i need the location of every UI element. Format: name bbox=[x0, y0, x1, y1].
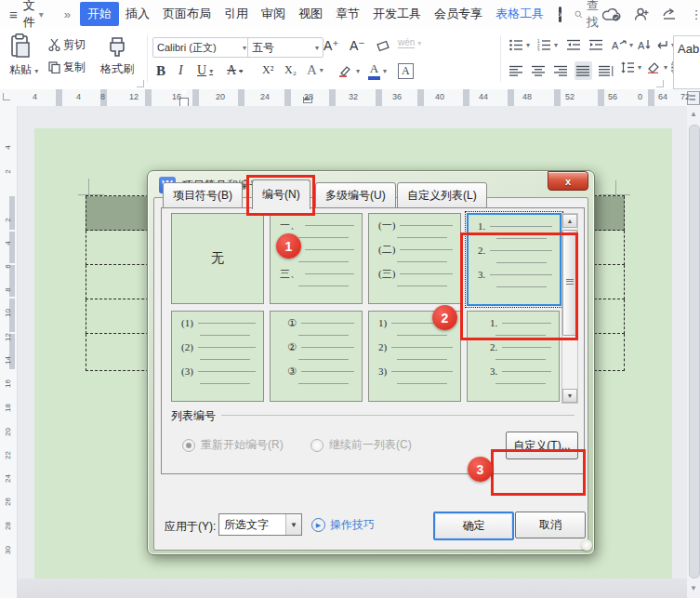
file-chevron-icon[interactable]: ▾ bbox=[39, 9, 44, 20]
shrink-font-button[interactable]: A⁻ bbox=[350, 38, 365, 53]
align-left-button[interactable] bbox=[508, 61, 525, 80]
justify-button[interactable] bbox=[575, 61, 592, 80]
hruler-number: 64 bbox=[658, 92, 667, 101]
tab-overflow-right-icon[interactable]: › bbox=[559, 7, 561, 22]
underline-button[interactable]: U▾ bbox=[197, 63, 213, 78]
horizontal-ruler[interactable]: 44812162024283236404448525606472 bbox=[0, 89, 700, 107]
numbering-style-none[interactable]: 无 bbox=[171, 213, 264, 304]
align-center-button[interactable] bbox=[530, 61, 548, 80]
bullet-list-button[interactable]: ▾ bbox=[509, 39, 530, 51]
format-painter-button[interactable]: 格式刷 bbox=[100, 33, 134, 77]
tab-table-tools[interactable]: 表格工具 bbox=[489, 2, 550, 26]
tab-overflow-left-icon[interactable]: » bbox=[64, 7, 71, 21]
vruler-number: 4 bbox=[4, 141, 12, 154]
vruler-number: 22 bbox=[4, 449, 12, 462]
character-scale-button[interactable]: A ▾ bbox=[612, 39, 633, 51]
clear-format-button[interactable] bbox=[376, 39, 390, 52]
hruler-band bbox=[56, 89, 62, 106]
increase-indent-button[interactable] bbox=[589, 39, 603, 51]
eraser-icon bbox=[376, 39, 390, 52]
tab-bullets[interactable]: 项目符号(B) bbox=[163, 182, 243, 209]
text-effects-button[interactable]: A▾ bbox=[307, 62, 324, 78]
chevron-down-icon: ▾ bbox=[554, 41, 558, 49]
main-vertical-scrollbar[interactable]: ▲ ▼ bbox=[687, 106, 700, 598]
copy-button[interactable]: 复制 bbox=[48, 60, 86, 75]
numbering-style-chinese[interactable]: 一、 二、 三、 bbox=[270, 213, 363, 304]
align-right-icon bbox=[554, 65, 568, 77]
radio-continue-list[interactable]: 继续前一列表(C) bbox=[310, 437, 412, 453]
search-control[interactable]: 查找 bbox=[575, 0, 602, 31]
tab-developer[interactable]: 开发工具 bbox=[366, 2, 428, 26]
tab-review[interactable]: 审阅 bbox=[255, 2, 292, 26]
hruler-band bbox=[238, 89, 244, 106]
style-gallery[interactable]: Aab bbox=[673, 35, 700, 89]
tab-home[interactable]: 开始 bbox=[80, 2, 119, 26]
ok-button[interactable]: 确定 bbox=[433, 512, 514, 540]
vruler-number: 14 bbox=[4, 354, 12, 367]
dialog-close-button[interactable]: x bbox=[548, 171, 588, 191]
font-name-combo[interactable]: Calibri (正文)▾ bbox=[152, 37, 251, 58]
cloud-sync-icon[interactable] bbox=[602, 7, 621, 21]
tab-outline-numbering[interactable]: 多级编号(U) bbox=[315, 182, 396, 209]
line-break-button[interactable]: ▾ bbox=[656, 39, 675, 51]
apply-to-dropdown[interactable]: 所选文字 ▼ bbox=[218, 513, 302, 536]
shading-button[interactable]: ▾ bbox=[647, 61, 667, 73]
scroll-down-icon[interactable]: ▼ bbox=[687, 584, 700, 592]
radio-restart-numbering[interactable]: 重新开始编号(R) bbox=[182, 437, 284, 453]
more-menu-icon[interactable]: ⋮ bbox=[690, 7, 700, 21]
paste-button[interactable]: 粘贴 ▾ bbox=[9, 33, 38, 78]
grow-font-button[interactable]: A⁺ bbox=[324, 38, 339, 53]
scroll-up-icon[interactable]: ▲ bbox=[687, 110, 700, 118]
numbering-style-chinese-paren[interactable]: (一) (二) (三) bbox=[368, 213, 461, 304]
pinyin-guide-button[interactable]: wén ▾ bbox=[398, 37, 421, 48]
tab-membership[interactable]: 会员专享 bbox=[428, 2, 489, 26]
tab-custom-list[interactable]: 自定义列表(L) bbox=[397, 182, 487, 209]
share-icon[interactable] bbox=[662, 7, 677, 21]
line-spacing-button[interactable]: ▾ bbox=[621, 61, 641, 73]
cut-icon bbox=[48, 39, 60, 51]
align-right-button[interactable] bbox=[552, 61, 570, 80]
highlighter-icon bbox=[338, 64, 353, 77]
tab-table-style[interactable]: 表格样 bbox=[550, 2, 557, 26]
scrollbar-thumb[interactable] bbox=[689, 125, 700, 578]
vruler-number: 12 bbox=[4, 331, 12, 344]
dropdown-arrow-icon[interactable]: ▼ bbox=[285, 514, 301, 535]
dialog-resize-grip[interactable] bbox=[581, 539, 592, 551]
annotation-badge-3: 3 bbox=[468, 457, 493, 482]
italic-button[interactable]: I bbox=[178, 63, 183, 78]
font-size-combo[interactable]: 五号▾ bbox=[247, 37, 324, 58]
add-user-icon[interactable] bbox=[634, 7, 649, 21]
subscript-button[interactable]: X₂ bbox=[284, 63, 297, 77]
radio-icon bbox=[182, 439, 195, 452]
chevron-down-icon: ▾ bbox=[383, 67, 387, 75]
vertical-ruler[interactable]: 4224681012141618202224262830 bbox=[0, 106, 18, 598]
cancel-button[interactable]: 取消 bbox=[515, 512, 586, 538]
vruler-number: 8 bbox=[4, 284, 12, 297]
strikethrough-button[interactable]: A▾ bbox=[227, 63, 243, 78]
sort-icon: A bbox=[638, 39, 651, 51]
sort-button[interactable]: A bbox=[638, 39, 651, 51]
decrease-indent-button[interactable] bbox=[567, 39, 581, 51]
cut-button[interactable]: 剪切 bbox=[48, 37, 86, 53]
grid-scroll-down-icon[interactable]: ▼ bbox=[562, 389, 577, 403]
file-menu[interactable]: 文件 bbox=[23, 0, 35, 31]
highlight-button[interactable]: ▾ bbox=[338, 64, 360, 77]
tab-page-layout[interactable]: 页面布局 bbox=[156, 2, 218, 26]
annotation-badge-2: 2 bbox=[432, 305, 457, 330]
character-border-button[interactable]: A bbox=[398, 63, 414, 79]
tab-view[interactable]: 视图 bbox=[292, 2, 329, 26]
numbered-list-button[interactable]: 123 ▾ bbox=[537, 39, 558, 51]
tab-insert[interactable]: 插入 bbox=[119, 2, 156, 26]
numbering-style-circled[interactable]: ① ② ③ bbox=[270, 311, 363, 402]
font-color-button[interactable]: A ▾ bbox=[368, 61, 387, 80]
vruler-number: 2 bbox=[4, 214, 12, 227]
tips-link[interactable]: ▶ 操作技巧 bbox=[311, 517, 375, 533]
hamburger-icon[interactable]: ≡ bbox=[9, 7, 18, 22]
numbering-style-paren-decimal[interactable]: (1) (2) (3) bbox=[171, 311, 264, 402]
tab-section[interactable]: 章节 bbox=[329, 2, 366, 26]
bold-button[interactable]: B bbox=[156, 63, 165, 79]
distribute-button[interactable] bbox=[597, 61, 615, 80]
grid-scroll-up-icon[interactable]: ▲ bbox=[562, 214, 577, 228]
superscript-button[interactable]: X² bbox=[262, 63, 273, 77]
tab-references[interactable]: 引用 bbox=[218, 2, 255, 26]
